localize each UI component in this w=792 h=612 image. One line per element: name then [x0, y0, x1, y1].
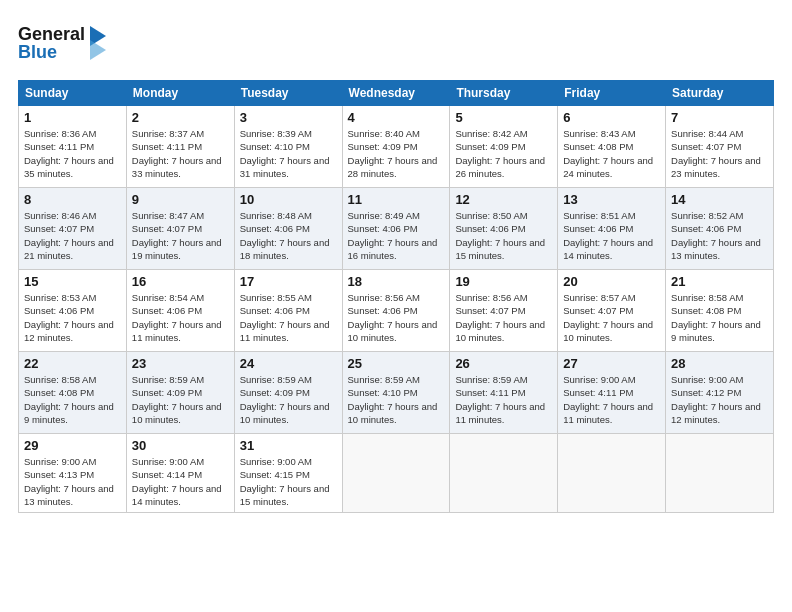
calendar-cell-5-2: 30 Sunrise: 9:00 AMSunset: 4:14 PMDaylig… — [126, 434, 234, 513]
calendar-row-2: 8 Sunrise: 8:46 AMSunset: 4:07 PMDayligh… — [19, 188, 774, 270]
calendar-cell-2-7: 14 Sunrise: 8:52 AMSunset: 4:06 PMDaylig… — [666, 188, 774, 270]
calendar-cell-1-5: 5 Sunrise: 8:42 AMSunset: 4:09 PMDayligh… — [450, 106, 558, 188]
svg-text:Blue: Blue — [18, 42, 57, 62]
calendar-cell-2-4: 11 Sunrise: 8:49 AMSunset: 4:06 PMDaylig… — [342, 188, 450, 270]
day-info: Sunrise: 9:00 AMSunset: 4:15 PMDaylight:… — [240, 456, 330, 507]
weekday-header-wednesday: Wednesday — [342, 81, 450, 106]
day-number: 2 — [132, 110, 229, 125]
day-info: Sunrise: 8:46 AMSunset: 4:07 PMDaylight:… — [24, 210, 114, 261]
day-info: Sunrise: 8:42 AMSunset: 4:09 PMDaylight:… — [455, 128, 545, 179]
day-info: Sunrise: 8:47 AMSunset: 4:07 PMDaylight:… — [132, 210, 222, 261]
calendar-cell-2-5: 12 Sunrise: 8:50 AMSunset: 4:06 PMDaylig… — [450, 188, 558, 270]
day-number: 16 — [132, 274, 229, 289]
calendar-cell-5-3: 31 Sunrise: 9:00 AMSunset: 4:15 PMDaylig… — [234, 434, 342, 513]
day-info: Sunrise: 8:59 AMSunset: 4:09 PMDaylight:… — [240, 374, 330, 425]
day-number: 18 — [348, 274, 445, 289]
day-number: 8 — [24, 192, 121, 207]
day-info: Sunrise: 8:59 AMSunset: 4:11 PMDaylight:… — [455, 374, 545, 425]
day-number: 6 — [563, 110, 660, 125]
day-number: 23 — [132, 356, 229, 371]
day-info: Sunrise: 8:56 AMSunset: 4:06 PMDaylight:… — [348, 292, 438, 343]
calendar-cell-1-1: 1 Sunrise: 8:36 AMSunset: 4:11 PMDayligh… — [19, 106, 127, 188]
day-info: Sunrise: 9:00 AMSunset: 4:12 PMDaylight:… — [671, 374, 761, 425]
day-info: Sunrise: 8:50 AMSunset: 4:06 PMDaylight:… — [455, 210, 545, 261]
calendar-row-1: 1 Sunrise: 8:36 AMSunset: 4:11 PMDayligh… — [19, 106, 774, 188]
day-number: 9 — [132, 192, 229, 207]
weekday-header-row: SundayMondayTuesdayWednesdayThursdayFrid… — [19, 81, 774, 106]
calendar-cell-4-6: 27 Sunrise: 9:00 AMSunset: 4:11 PMDaylig… — [558, 352, 666, 434]
logo-svg: General Blue — [18, 18, 108, 66]
day-number: 25 — [348, 356, 445, 371]
calendar-cell-5-4 — [342, 434, 450, 513]
day-info: Sunrise: 8:37 AMSunset: 4:11 PMDaylight:… — [132, 128, 222, 179]
calendar-cell-5-6 — [558, 434, 666, 513]
weekday-header-monday: Monday — [126, 81, 234, 106]
calendar-cell-4-2: 23 Sunrise: 8:59 AMSunset: 4:09 PMDaylig… — [126, 352, 234, 434]
calendar-cell-4-7: 28 Sunrise: 9:00 AMSunset: 4:12 PMDaylig… — [666, 352, 774, 434]
weekday-header-friday: Friday — [558, 81, 666, 106]
day-info: Sunrise: 9:00 AMSunset: 4:14 PMDaylight:… — [132, 456, 222, 507]
day-number: 13 — [563, 192, 660, 207]
day-info: Sunrise: 8:51 AMSunset: 4:06 PMDaylight:… — [563, 210, 653, 261]
calendar-cell-3-5: 19 Sunrise: 8:56 AMSunset: 4:07 PMDaylig… — [450, 270, 558, 352]
calendar-row-3: 15 Sunrise: 8:53 AMSunset: 4:06 PMDaylig… — [19, 270, 774, 352]
day-number: 29 — [24, 438, 121, 453]
calendar-cell-3-4: 18 Sunrise: 8:56 AMSunset: 4:06 PMDaylig… — [342, 270, 450, 352]
day-number: 24 — [240, 356, 337, 371]
day-info: Sunrise: 8:57 AMSunset: 4:07 PMDaylight:… — [563, 292, 653, 343]
day-number: 20 — [563, 274, 660, 289]
calendar-cell-2-3: 10 Sunrise: 8:48 AMSunset: 4:06 PMDaylig… — [234, 188, 342, 270]
calendar-cell-5-5 — [450, 434, 558, 513]
day-info: Sunrise: 8:39 AMSunset: 4:10 PMDaylight:… — [240, 128, 330, 179]
day-number: 12 — [455, 192, 552, 207]
day-number: 15 — [24, 274, 121, 289]
calendar-cell-5-1: 29 Sunrise: 9:00 AMSunset: 4:13 PMDaylig… — [19, 434, 127, 513]
page: General Blue SundayMondayTuesdayWednesda… — [0, 0, 792, 612]
calendar-cell-3-7: 21 Sunrise: 8:58 AMSunset: 4:08 PMDaylig… — [666, 270, 774, 352]
day-number: 10 — [240, 192, 337, 207]
calendar-cell-1-3: 3 Sunrise: 8:39 AMSunset: 4:10 PMDayligh… — [234, 106, 342, 188]
day-number: 5 — [455, 110, 552, 125]
calendar-table: SundayMondayTuesdayWednesdayThursdayFrid… — [18, 80, 774, 513]
day-info: Sunrise: 8:55 AMSunset: 4:06 PMDaylight:… — [240, 292, 330, 343]
day-info: Sunrise: 9:00 AMSunset: 4:13 PMDaylight:… — [24, 456, 114, 507]
day-info: Sunrise: 8:56 AMSunset: 4:07 PMDaylight:… — [455, 292, 545, 343]
day-info: Sunrise: 8:54 AMSunset: 4:06 PMDaylight:… — [132, 292, 222, 343]
day-info: Sunrise: 8:59 AMSunset: 4:09 PMDaylight:… — [132, 374, 222, 425]
calendar-cell-5-7 — [666, 434, 774, 513]
svg-text:General: General — [18, 24, 85, 44]
calendar-cell-1-4: 4 Sunrise: 8:40 AMSunset: 4:09 PMDayligh… — [342, 106, 450, 188]
day-info: Sunrise: 8:43 AMSunset: 4:08 PMDaylight:… — [563, 128, 653, 179]
calendar-cell-4-4: 25 Sunrise: 8:59 AMSunset: 4:10 PMDaylig… — [342, 352, 450, 434]
day-number: 17 — [240, 274, 337, 289]
weekday-header-sunday: Sunday — [19, 81, 127, 106]
day-number: 19 — [455, 274, 552, 289]
header: General Blue — [18, 18, 774, 70]
day-number: 7 — [671, 110, 768, 125]
calendar-cell-1-6: 6 Sunrise: 8:43 AMSunset: 4:08 PMDayligh… — [558, 106, 666, 188]
calendar-cell-1-7: 7 Sunrise: 8:44 AMSunset: 4:07 PMDayligh… — [666, 106, 774, 188]
calendar-cell-2-6: 13 Sunrise: 8:51 AMSunset: 4:06 PMDaylig… — [558, 188, 666, 270]
calendar-cell-3-1: 15 Sunrise: 8:53 AMSunset: 4:06 PMDaylig… — [19, 270, 127, 352]
calendar-cell-2-2: 9 Sunrise: 8:47 AMSunset: 4:07 PMDayligh… — [126, 188, 234, 270]
weekday-header-saturday: Saturday — [666, 81, 774, 106]
calendar-cell-4-1: 22 Sunrise: 8:58 AMSunset: 4:08 PMDaylig… — [19, 352, 127, 434]
day-info: Sunrise: 8:58 AMSunset: 4:08 PMDaylight:… — [671, 292, 761, 343]
day-number: 22 — [24, 356, 121, 371]
day-number: 26 — [455, 356, 552, 371]
svg-marker-3 — [90, 40, 106, 60]
day-info: Sunrise: 8:48 AMSunset: 4:06 PMDaylight:… — [240, 210, 330, 261]
calendar-cell-3-6: 20 Sunrise: 8:57 AMSunset: 4:07 PMDaylig… — [558, 270, 666, 352]
day-number: 21 — [671, 274, 768, 289]
day-number: 27 — [563, 356, 660, 371]
day-number: 11 — [348, 192, 445, 207]
calendar-row-5: 29 Sunrise: 9:00 AMSunset: 4:13 PMDaylig… — [19, 434, 774, 513]
calendar-cell-3-3: 17 Sunrise: 8:55 AMSunset: 4:06 PMDaylig… — [234, 270, 342, 352]
calendar-cell-2-1: 8 Sunrise: 8:46 AMSunset: 4:07 PMDayligh… — [19, 188, 127, 270]
day-number: 1 — [24, 110, 121, 125]
day-info: Sunrise: 8:44 AMSunset: 4:07 PMDaylight:… — [671, 128, 761, 179]
day-info: Sunrise: 8:59 AMSunset: 4:10 PMDaylight:… — [348, 374, 438, 425]
day-number: 28 — [671, 356, 768, 371]
day-info: Sunrise: 8:36 AMSunset: 4:11 PMDaylight:… — [24, 128, 114, 179]
day-info: Sunrise: 8:52 AMSunset: 4:06 PMDaylight:… — [671, 210, 761, 261]
